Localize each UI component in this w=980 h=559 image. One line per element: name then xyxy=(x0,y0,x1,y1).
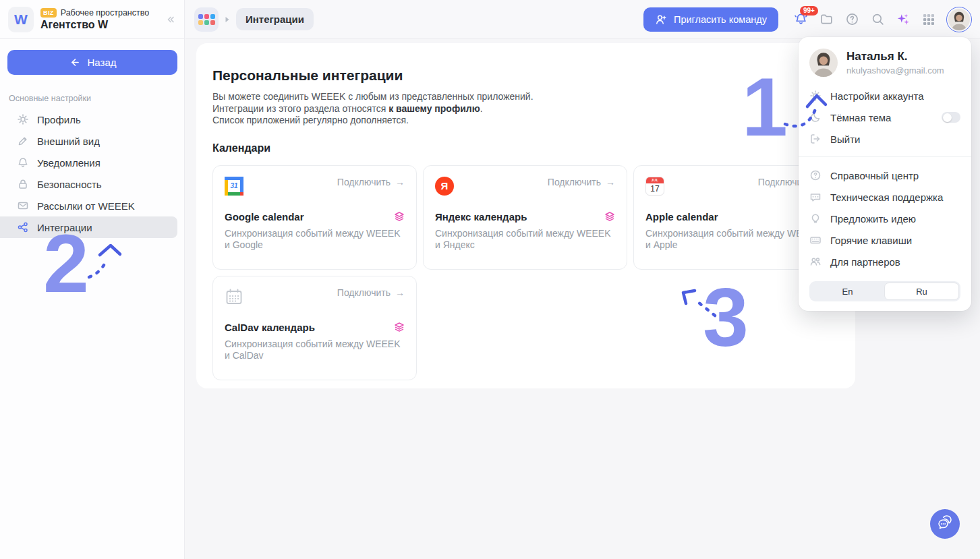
card-caldav-calendar[interactable]: Подключить→ CalDav календарь Синхронизац… xyxy=(212,276,417,380)
bell-icon xyxy=(17,156,29,169)
ai-sparkles-icon[interactable] xyxy=(896,12,911,27)
card-google-calendar[interactable]: 31 Подключить→ Google calendar Синхрониз… xyxy=(212,165,417,270)
sidebar-item-label: Уведомления xyxy=(37,157,100,169)
collapse-sidebar-icon[interactable] xyxy=(165,14,176,25)
card-title: Apple calendar xyxy=(645,211,718,223)
page-title: Персональные интеграции xyxy=(212,67,839,84)
card-title: Яндекс календарь xyxy=(435,211,527,223)
layers-icon xyxy=(604,211,615,222)
menu-item-hotkeys[interactable]: Горячие клавиши xyxy=(799,229,971,251)
workspace-type-label: Рабочее пространство xyxy=(61,8,149,18)
back-button-label: Назад xyxy=(88,57,117,68)
workspace-grid-icon[interactable] xyxy=(194,7,219,32)
page-description: Вы можете соединить WEEEK с любым из пре… xyxy=(212,91,839,127)
connect-link[interactable]: Подключить→ xyxy=(337,287,405,298)
invite-team-label: Пригласить команду xyxy=(674,14,767,25)
menu-item-partners[interactable]: Для партнеров xyxy=(799,251,971,272)
menu-item-label: Справочный центр xyxy=(830,170,919,181)
breadcrumb[interactable]: Интеграции xyxy=(236,8,314,30)
sidebar-item-security[interactable]: Безопасность xyxy=(0,173,184,195)
logout-icon xyxy=(809,133,822,145)
gear-icon xyxy=(17,113,29,125)
lightbulb-icon xyxy=(809,212,822,225)
sidebar-item-mailings[interactable]: Рассылки от WEEEK xyxy=(0,195,184,216)
caldav-calendar-icon xyxy=(225,287,243,306)
arrow-left-icon xyxy=(69,57,80,68)
sidebar-item-integrations[interactable]: Интеграции xyxy=(0,216,177,238)
card-title: CalDav календарь xyxy=(225,322,315,333)
user-avatar[interactable] xyxy=(946,7,972,32)
arrow-right-icon: → xyxy=(395,177,405,187)
menu-item-label: Горячие клавиши xyxy=(830,235,912,246)
sidebar-section-title: Основные настройки xyxy=(9,94,184,103)
yandex-calendar-icon: Я xyxy=(435,177,454,196)
integrations-panel: Персональные интеграции Вы можете соедин… xyxy=(196,43,855,388)
moon-icon xyxy=(809,111,822,123)
chat-bubbles-icon xyxy=(936,515,954,533)
avatar-photo xyxy=(809,49,838,77)
apple-calendar-icon: JUL 17 xyxy=(645,177,664,196)
notifications-count-badge: 99+ xyxy=(800,6,818,16)
layers-icon xyxy=(394,211,405,222)
search-icon[interactable] xyxy=(870,12,885,27)
avatar-photo xyxy=(948,9,970,30)
settings-sidebar: W BIZ Рабочее пространство Агентство W Н… xyxy=(0,0,185,559)
sidebar-item-label: Рассылки от WEEEK xyxy=(37,200,135,212)
menu-item-dark-theme[interactable]: Тёмная тема xyxy=(799,107,971,128)
sidebar-item-label: Безопасность xyxy=(37,179,102,190)
sidebar-item-label: Внешний вид xyxy=(37,136,100,147)
notifications-bell-icon[interactable]: 99+ xyxy=(793,12,808,27)
menu-item-label: Для партнеров xyxy=(830,256,900,268)
sidebar-item-profile[interactable]: Профиль xyxy=(0,109,184,130)
chat-icon xyxy=(809,191,822,203)
workspace-logo: W xyxy=(8,7,34,32)
help-icon xyxy=(809,169,822,181)
sidebar-item-label: Профиль xyxy=(37,114,81,125)
google-calendar-icon: 31 xyxy=(225,177,243,196)
topbar: Интеграции Пригласить команду 99+ xyxy=(185,0,980,39)
pen-icon xyxy=(17,135,29,147)
support-chat-button[interactable] xyxy=(930,509,960,539)
lock-icon xyxy=(17,178,29,190)
sidebar-item-label: Интеграции xyxy=(37,222,92,233)
menu-item-suggest-idea[interactable]: Предложить идею xyxy=(799,208,971,229)
help-icon[interactable] xyxy=(844,12,859,27)
card-description: Синхронизация событий между WEEEK и Goog… xyxy=(225,228,405,252)
description-bold: к вашему профилю xyxy=(388,103,480,114)
person-plus-icon xyxy=(655,13,667,26)
back-button[interactable]: Назад xyxy=(7,50,177,75)
people-icon xyxy=(809,256,822,268)
apps-grid-icon[interactable] xyxy=(921,12,936,27)
arrow-right-icon: → xyxy=(395,287,405,298)
biz-badge: BIZ xyxy=(40,8,57,18)
sidebar-item-notifications[interactable]: Уведомления xyxy=(0,152,184,173)
menu-item-account-settings[interactable]: Настройки аккаунта xyxy=(799,85,971,107)
card-yandex-calendar[interactable]: Я Подключить→ Яндекс календарь Синхрониз… xyxy=(423,165,627,270)
menu-item-label: Предложить идею xyxy=(830,213,916,225)
user-menu: Наталья К. nkulyashova@gmail.com Настрой… xyxy=(799,37,971,311)
sidebar-item-appearance[interactable]: Внешний вид xyxy=(0,130,184,152)
mail-icon xyxy=(17,200,29,212)
integration-cards: 31 Подключить→ Google calendar Синхрониз… xyxy=(212,165,839,380)
menu-item-help-center[interactable]: Справочный центр xyxy=(799,165,971,186)
connect-link[interactable]: Подключить→ xyxy=(548,177,615,187)
menu-item-logout[interactable]: Выйти xyxy=(799,128,971,150)
arrow-right-icon: → xyxy=(606,177,615,187)
menu-divider xyxy=(799,156,971,157)
language-option-en[interactable]: En xyxy=(811,283,884,300)
connect-link[interactable]: Подключить→ xyxy=(337,177,405,187)
card-description: Синхронизация событий между WEEEK и CalD… xyxy=(225,339,405,362)
gear-icon xyxy=(809,90,822,102)
dark-theme-toggle[interactable] xyxy=(942,112,960,123)
menu-item-tech-support[interactable]: Техническая поддержка xyxy=(799,186,971,208)
card-title: Google calendar xyxy=(225,211,304,223)
calendars-section-title: Календари xyxy=(212,142,839,154)
invite-team-button[interactable]: Пригласить команду xyxy=(643,7,778,32)
language-option-ru[interactable]: Ru xyxy=(884,283,959,300)
language-switcher: En Ru xyxy=(809,281,960,301)
folder-icon[interactable] xyxy=(819,12,834,27)
user-email: nkulyashova@gmail.com xyxy=(846,65,944,76)
user-menu-header: Наталья К. nkulyashova@gmail.com xyxy=(799,46,971,85)
integrations-icon xyxy=(17,221,29,233)
keyboard-icon xyxy=(809,234,822,246)
